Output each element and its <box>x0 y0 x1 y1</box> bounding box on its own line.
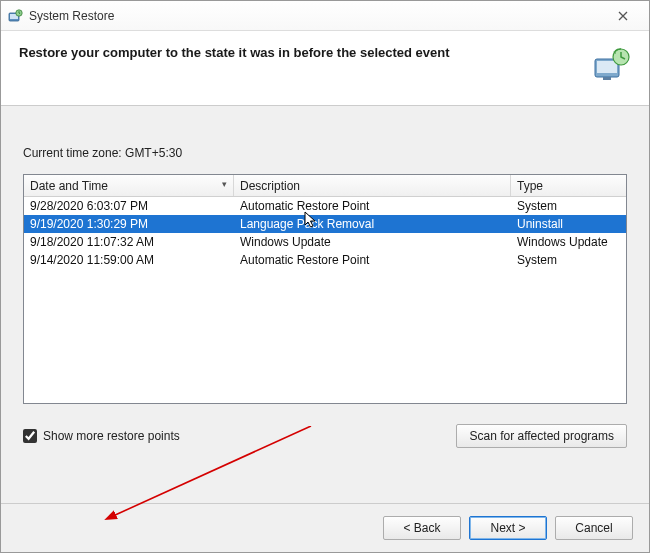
column-header-description-label: Description <box>240 179 300 193</box>
cell-datetime: 9/14/2020 11:59:00 AM <box>24 252 234 268</box>
table-header-row: Date and Time ▾ Description Type <box>24 175 626 197</box>
cell-datetime: 9/28/2020 6:03:07 PM <box>24 198 234 214</box>
cell-datetime: 9/19/2020 1:30:29 PM <box>24 216 234 232</box>
cell-description: Windows Update <box>234 234 511 250</box>
cell-type: System <box>511 252 626 268</box>
titlebar: System Restore <box>1 1 649 31</box>
svg-rect-5 <box>603 77 611 80</box>
restore-points-table: Date and Time ▾ Description Type 9/28/20… <box>23 174 627 404</box>
table-row[interactable]: 9/14/2020 11:59:00 AMAutomatic Restore P… <box>24 251 626 269</box>
cancel-button[interactable]: Cancel <box>555 516 633 540</box>
svg-rect-4 <box>597 61 617 73</box>
dialog-header: Restore your computer to the state it wa… <box>1 31 649 106</box>
column-header-datetime-label: Date and Time <box>30 179 108 193</box>
close-button[interactable] <box>603 5 643 27</box>
column-header-datetime[interactable]: Date and Time ▾ <box>24 175 234 196</box>
cell-description: Automatic Restore Point <box>234 252 511 268</box>
scan-affected-button[interactable]: Scan for affected programs <box>456 424 627 448</box>
dialog-headline: Restore your computer to the state it wa… <box>19 45 591 60</box>
table-body: 9/28/2020 6:03:07 PMAutomatic Restore Po… <box>24 197 626 403</box>
system-restore-banner-icon <box>591 45 631 85</box>
show-more-checkbox[interactable] <box>23 429 37 443</box>
window-title: System Restore <box>29 9 603 23</box>
system-restore-window: System Restore Restore your computer to … <box>0 0 650 553</box>
timezone-label: Current time zone: GMT+5:30 <box>23 146 627 160</box>
next-button[interactable]: Next > <box>469 516 547 540</box>
cell-description: Automatic Restore Point <box>234 198 511 214</box>
table-row[interactable]: 9/19/2020 1:30:29 PMLanguage Pack Remova… <box>24 215 626 233</box>
cell-type: Uninstall <box>511 216 626 232</box>
table-row[interactable]: 9/18/2020 11:07:32 AMWindows UpdateWindo… <box>24 233 626 251</box>
show-more-checkbox-wrap[interactable]: Show more restore points <box>23 429 456 443</box>
bottom-bar: Show more restore points Scan for affect… <box>23 424 627 448</box>
dialog-footer: < Back Next > Cancel <box>1 503 649 552</box>
cell-type: System <box>511 198 626 214</box>
dialog-content: Current time zone: GMT+5:30 Date and Tim… <box>1 106 649 503</box>
column-header-description[interactable]: Description <box>234 175 511 196</box>
back-button[interactable]: < Back <box>383 516 461 540</box>
cell-type: Windows Update <box>511 234 626 250</box>
cell-datetime: 9/18/2020 11:07:32 AM <box>24 234 234 250</box>
show-more-label: Show more restore points <box>43 429 180 443</box>
cell-description: Language Pack Removal <box>234 216 511 232</box>
sort-desc-icon: ▾ <box>222 179 227 189</box>
column-header-type[interactable]: Type <box>511 175 626 196</box>
table-row[interactable]: 9/28/2020 6:03:07 PMAutomatic Restore Po… <box>24 197 626 215</box>
column-header-type-label: Type <box>517 179 543 193</box>
system-restore-icon <box>7 8 23 24</box>
